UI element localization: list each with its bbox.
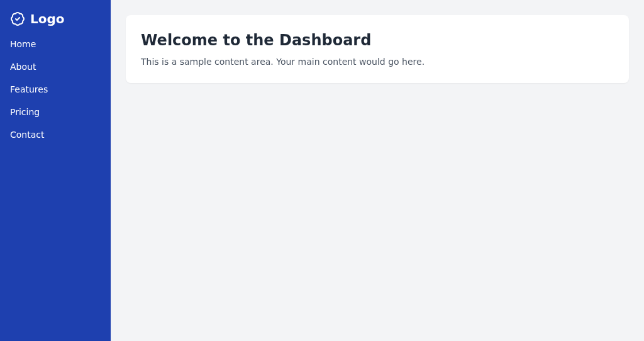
sidebar: Logo Home About Features Pricing Contact xyxy=(0,0,111,341)
page-title: Welcome to the Dashboard xyxy=(141,30,614,50)
sidebar-item-home[interactable]: Home xyxy=(10,38,101,50)
main-content: Welcome to the Dashboard This is a sampl… xyxy=(111,0,644,341)
sidebar-nav: Home About Features Pricing Contact xyxy=(10,38,101,141)
badge-check-icon xyxy=(10,11,25,26)
content-card: Welcome to the Dashboard This is a sampl… xyxy=(126,15,629,83)
page-description: This is a sample content area. Your main… xyxy=(141,55,614,68)
brand-label: Logo xyxy=(30,10,65,28)
app-layout: Logo Home About Features Pricing Contact… xyxy=(0,0,644,341)
sidebar-item-features[interactable]: Features xyxy=(10,83,101,96)
sidebar-item-pricing[interactable]: Pricing xyxy=(10,106,101,118)
sidebar-item-contact[interactable]: Contact xyxy=(10,128,101,141)
sidebar-item-about[interactable]: About xyxy=(10,60,101,73)
brand: Logo xyxy=(10,10,101,28)
